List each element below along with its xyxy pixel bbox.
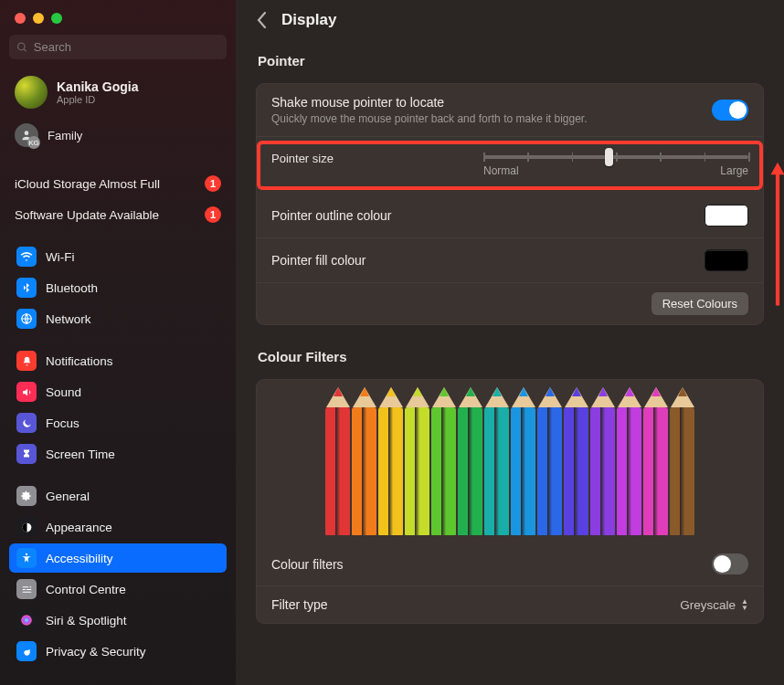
pencil: [405, 407, 429, 535]
sidebar-item-label: Notifications: [46, 354, 113, 368]
fill-colour-label: Pointer fill colour: [271, 253, 366, 268]
sliders-icon: [16, 579, 37, 599]
family-icon: KG: [15, 123, 38, 147]
minimize-button[interactable]: [33, 13, 44, 24]
filters-panel: Colour filters Filter type Greyscale ▲▼: [256, 379, 764, 624]
alert-label: iCloud Storage Almost Full: [15, 177, 160, 191]
slider-thumb[interactable]: [605, 148, 613, 166]
outline-colour-label: Pointer outline colour: [271, 208, 392, 223]
chevron-updown-icon: ▲▼: [741, 598, 748, 611]
sidebar-item-label: Bluetooth: [46, 281, 98, 295]
sidebar-item-label: General: [46, 490, 90, 503]
pencil: [617, 407, 641, 535]
search-input-wrap[interactable]: [9, 35, 227, 59]
outline-colour-row[interactable]: Pointer outline colour: [257, 194, 763, 238]
colour-filters-row: Colour filters: [257, 543, 763, 586]
pencil: [484, 407, 509, 535]
colour-filters-toggle[interactable]: [712, 553, 748, 574]
sidebar-item-appearance[interactable]: Appearance: [9, 512, 227, 542]
sidebar-item-label: Accessibility: [46, 552, 113, 565]
pencil: [325, 407, 350, 535]
sidebar-item-privacy[interactable]: Privacy & Security: [9, 637, 227, 666]
globe-icon: [16, 309, 37, 329]
appearance-icon: [16, 517, 37, 537]
svg-point-0: [18, 43, 25, 49]
outline-colour-swatch[interactable]: [705, 205, 748, 227]
alert-label: Software Update Available: [15, 208, 159, 222]
close-button[interactable]: [15, 13, 26, 24]
slider-min-label: Normal: [483, 164, 519, 177]
fill-colour-swatch[interactable]: [705, 249, 748, 271]
header: Display: [236, 0, 784, 40]
sidebar-item-accessibility[interactable]: Accessibility: [9, 543, 227, 573]
sidebar-item-siri[interactable]: Siri & Spotlight: [9, 606, 227, 635]
search-input[interactable]: [34, 40, 219, 54]
sidebar-item-label: Privacy & Security: [46, 645, 146, 659]
alert-badge: 1: [205, 206, 221, 223]
sidebar-item-family[interactable]: KG Family: [9, 118, 227, 153]
nav: Wi-FiBluetoothNetworkNotificationsSoundF…: [9, 229, 227, 666]
sidebar-item-general[interactable]: General: [9, 481, 227, 511]
family-label: Family: [48, 129, 82, 142]
sidebar-item-wifi[interactable]: Wi-Fi: [9, 242, 227, 271]
sidebar-item-label: Control Centre: [46, 583, 126, 596]
alert-badge: 1: [205, 175, 221, 192]
sidebar-item-label: Wi-Fi: [46, 250, 74, 264]
filter-type-select[interactable]: Greyscale ▲▼: [680, 598, 748, 612]
pointer-size-slider[interactable]: [483, 155, 748, 159]
account-name: Kanika Gogia: [57, 79, 138, 94]
pencil: [431, 407, 456, 535]
pencil: [670, 407, 694, 535]
bt-icon: [16, 278, 37, 298]
pencil-preview: [257, 380, 763, 543]
alerts-section: iCloud Storage Almost Full 1 Software Up…: [9, 169, 227, 229]
sidebar-item-notifications[interactable]: Notifications: [9, 346, 227, 375]
hand-icon: [16, 641, 37, 661]
sidebar-item-label: Siri & Spotlight: [46, 614, 127, 627]
pencil: [564, 407, 588, 535]
account-row[interactable]: Kanika Gogia Apple ID: [15, 76, 221, 109]
account-subtitle: Apple ID: [57, 94, 138, 105]
pencil: [643, 407, 668, 535]
page-title: Display: [281, 11, 336, 29]
sound-icon: [16, 382, 37, 402]
sidebar-item-sound[interactable]: Sound: [9, 377, 227, 406]
main-pane: Display Pointer Shake mouse pointer to l…: [236, 0, 784, 685]
alert-icloud[interactable]: iCloud Storage Almost Full 1: [9, 169, 227, 198]
filter-type-row[interactable]: Filter type Greyscale ▲▼: [257, 586, 763, 623]
sidebar-item-focus[interactable]: Focus: [9, 408, 227, 437]
pencil: [537, 407, 562, 535]
moon-icon: [16, 413, 37, 433]
sidebar-item-controlcentre[interactable]: Control Centre: [9, 574, 227, 604]
sidebar-item-label: Network: [46, 312, 91, 326]
pointer-panel: Shake mouse pointer to locate Quickly mo…: [256, 83, 764, 325]
pointer-size-label: Pointer size: [271, 152, 334, 165]
bell-icon: [16, 351, 37, 371]
maximize-button[interactable]: [51, 13, 62, 24]
group-title-pointer: Pointer: [258, 53, 762, 68]
sidebar-item-network[interactable]: Network: [9, 304, 227, 333]
pencil: [511, 407, 535, 535]
sidebar-item-label: Appearance: [46, 521, 112, 534]
sidebar-item-bluetooth[interactable]: Bluetooth: [9, 273, 227, 302]
family-badge: KG: [27, 136, 40, 149]
sidebar-section: Wi-FiBluetoothNetwork: [9, 242, 227, 333]
sidebar-section: NotificationsSoundFocusScreen Time: [9, 346, 227, 469]
wifi-icon: [16, 247, 37, 267]
sidebar-item-label: Screen Time: [46, 448, 115, 461]
svg-point-6: [21, 615, 32, 626]
annotation-arrow-icon: [768, 148, 784, 321]
shake-toggle[interactable]: [712, 100, 748, 121]
slider-max-label: Large: [720, 164, 748, 177]
alert-software-update[interactable]: Software Update Available 1: [9, 200, 227, 229]
group-title-filters: Colour Filters: [258, 349, 762, 364]
reset-colours-button[interactable]: Reset Colours: [652, 292, 748, 315]
sidebar-item-screentime[interactable]: Screen Time: [9, 439, 227, 469]
back-button[interactable]: [256, 11, 269, 29]
sidebar-item-label: Sound: [46, 385, 81, 399]
window-controls: [9, 9, 227, 35]
fill-colour-row[interactable]: Pointer fill colour: [257, 238, 763, 283]
access-icon: [16, 548, 37, 568]
shake-subtitle: Quickly move the mouse pointer back and …: [271, 112, 588, 125]
siri-icon: [16, 610, 37, 630]
